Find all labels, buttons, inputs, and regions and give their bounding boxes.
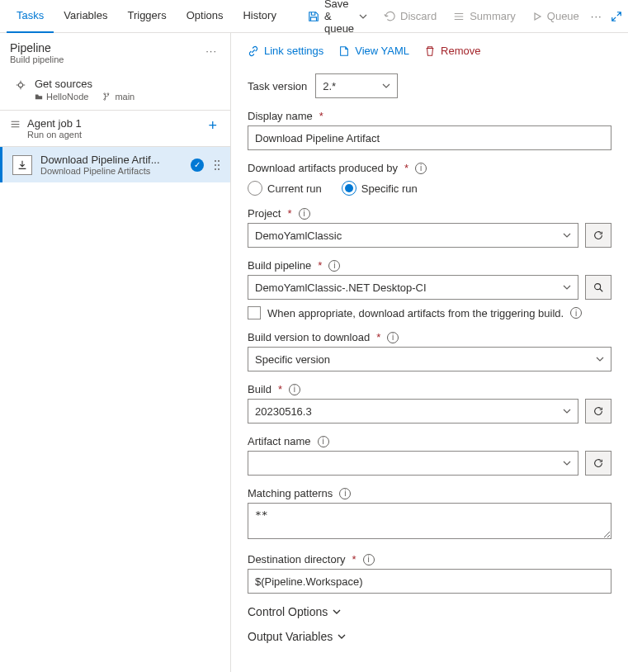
save-queue-label: Save & queue [324, 0, 354, 35]
agent-icon [10, 119, 21, 130]
chevron-down-icon [359, 12, 367, 21]
get-sources-title: Get sources [35, 78, 135, 90]
view-yaml-label: View YAML [355, 45, 409, 57]
discard-button[interactable]: Discard [375, 3, 445, 30]
destination-input[interactable] [248, 569, 611, 594]
play-icon [532, 12, 542, 21]
left-panel: Pipeline Build pipeline ··· Get sources … [0, 33, 231, 672]
matching-patterns-input[interactable] [248, 503, 611, 539]
info-icon[interactable]: i [387, 332, 399, 343]
refresh-build-button[interactable] [585, 399, 611, 424]
branch-name: main [103, 92, 135, 102]
build-version-select[interactable]: Specific version [248, 347, 611, 371]
pipeline-header[interactable]: Pipeline Build pipeline ··· [0, 33, 230, 71]
remove-button[interactable]: Remove [424, 45, 480, 57]
radio-current-run[interactable]: Current run [248, 181, 322, 196]
sources-icon [15, 79, 26, 91]
top-toolbar: Tasks Variables Triggers Options History… [0, 0, 628, 33]
project-label: Project [248, 207, 281, 220]
list-icon [453, 11, 465, 22]
radio-current-run-label: Current run [267, 182, 322, 195]
svg-point-6 [595, 284, 601, 290]
build-pipeline-label: Build pipeline [248, 259, 311, 272]
destination-label: Destination directory [248, 553, 346, 566]
summary-label: Summary [470, 10, 516, 22]
svg-point-4 [215, 168, 216, 170]
display-name-input[interactable] [248, 125, 611, 150]
build-version-label: Build version to download [248, 331, 370, 343]
task-item-title: Download Pipeline Artif... [40, 154, 182, 166]
radio-specific-run[interactable]: Specific run [342, 181, 418, 196]
repo-name: HelloNode [35, 92, 88, 102]
agent-job-sub: Run on agent [27, 130, 82, 140]
output-variables-toggle[interactable]: Output Variables [248, 630, 611, 643]
pipeline-subtitle: Build pipeline [10, 54, 64, 64]
expand-icon[interactable] [606, 6, 627, 27]
info-icon[interactable]: i [328, 260, 340, 272]
tab-history[interactable]: History [233, 0, 286, 33]
discard-label: Discard [400, 10, 437, 22]
task-version-label: Task version [248, 80, 307, 92]
yaml-icon [338, 45, 350, 57]
link-settings-button[interactable]: Link settings [248, 45, 323, 57]
build-pipeline-select[interactable]: DemoYamlClassic-.NET Desktop-CI [248, 275, 578, 300]
queue-button[interactable]: Queue [524, 3, 588, 30]
remove-label: Remove [441, 45, 480, 57]
agent-job-header[interactable]: Agent job 1 Run on agent + [0, 110, 230, 147]
drag-handle-icon[interactable] [212, 159, 222, 172]
info-icon[interactable]: i [318, 436, 329, 447]
view-yaml-button[interactable]: View YAML [338, 45, 409, 57]
main-tabs: Tasks Variables Triggers Options History [7, 0, 286, 33]
pipeline-more-button[interactable]: ··· [202, 41, 220, 60]
task-item-selected[interactable]: Download Pipeline Artif... Download Pipe… [0, 147, 230, 182]
matching-patterns-label: Matching patterns [248, 487, 333, 499]
agent-job-title: Agent job 1 [27, 117, 82, 130]
link-icon [248, 45, 259, 57]
search-pipeline-button[interactable] [585, 275, 611, 300]
tab-variables[interactable]: Variables [54, 0, 117, 33]
download-artifact-icon [12, 155, 32, 175]
radio-specific-run-label: Specific run [361, 182, 418, 195]
info-icon[interactable]: i [339, 488, 351, 499]
info-icon[interactable]: i [415, 163, 427, 174]
svg-point-1 [218, 160, 220, 162]
control-options-toggle[interactable]: Control Options [248, 605, 611, 618]
svg-point-0 [215, 160, 216, 162]
svg-point-2 [215, 164, 216, 166]
undo-icon [384, 11, 395, 22]
artifact-name-label: Artifact name [248, 435, 311, 447]
summary-button[interactable]: Summary [445, 3, 524, 30]
refresh-project-button[interactable] [585, 223, 611, 248]
triggering-build-checkbox[interactable] [248, 306, 261, 319]
task-version-select[interactable]: 2.* [315, 73, 398, 98]
svg-point-5 [218, 168, 220, 170]
display-name-label: Display name [248, 110, 313, 122]
info-icon[interactable]: i [570, 307, 582, 319]
tab-options[interactable]: Options [177, 0, 234, 33]
task-form: Link settings View YAML Remove Task vers… [231, 33, 628, 672]
trash-icon [424, 45, 436, 57]
info-icon[interactable]: i [299, 208, 310, 220]
save-queue-button[interactable]: Save & queue [300, 3, 375, 30]
get-sources-item[interactable]: Get sources HelloNode main [0, 71, 230, 110]
check-icon: ✓ [191, 159, 204, 172]
tab-tasks[interactable]: Tasks [7, 0, 54, 33]
refresh-artifact-button[interactable] [585, 451, 611, 476]
info-icon[interactable]: i [289, 384, 300, 395]
svg-point-3 [218, 164, 220, 166]
task-item-sub: Download Pipeline Artifacts [40, 166, 182, 176]
info-icon[interactable]: i [363, 554, 375, 566]
triggering-build-label: When appropriate, download artifacts fro… [267, 307, 564, 319]
artifact-name-select[interactable] [248, 451, 578, 476]
pipeline-title: Pipeline [10, 41, 64, 54]
link-settings-label: Link settings [264, 45, 323, 57]
download-by-label: Download artifacts produced by [248, 162, 398, 174]
add-task-button[interactable]: + [205, 117, 220, 135]
queue-label: Queue [547, 10, 579, 22]
build-select[interactable]: 20230516.3 [248, 399, 578, 424]
save-icon [308, 11, 319, 22]
build-label: Build [248, 383, 272, 395]
project-select[interactable]: DemoYamlClassic [248, 223, 578, 248]
tab-triggers[interactable]: Triggers [117, 0, 176, 33]
more-actions-button[interactable]: ··· [588, 7, 606, 26]
